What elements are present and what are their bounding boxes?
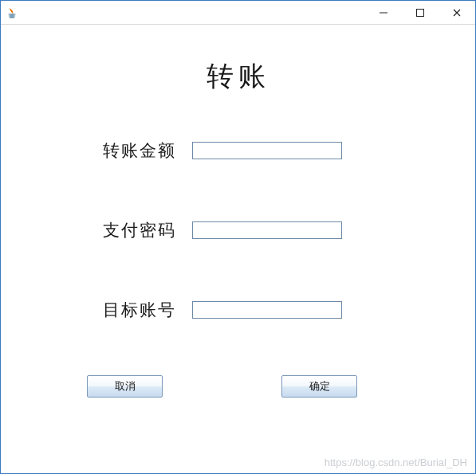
cancel-button[interactable]: 取消: [87, 375, 163, 398]
label-transfer-amount: 转账金额: [89, 139, 176, 162]
minimize-button[interactable]: [365, 1, 402, 24]
ok-button[interactable]: 确定: [281, 375, 357, 398]
titlebar-left: [6, 6, 23, 19]
app-window: 转账 转账金额 支付密码 目标账号 取消 确定 https://blog.csd…: [0, 0, 476, 474]
row-target-account: 目标账号: [89, 299, 342, 321]
label-pay-password: 支付密码: [89, 219, 176, 241]
svg-rect-1: [417, 9, 424, 16]
titlebar: [1, 1, 475, 25]
window-controls: [365, 1, 475, 24]
maximize-button[interactable]: [402, 1, 439, 24]
label-target-account: 目标账号: [89, 299, 176, 321]
form-heading: 转账: [1, 58, 475, 95]
close-button[interactable]: [439, 1, 475, 24]
row-transfer-amount: 转账金额: [89, 139, 342, 162]
input-target-account[interactable]: [192, 301, 342, 319]
svg-rect-0: [380, 12, 387, 13]
input-pay-password[interactable]: [192, 221, 342, 239]
watermark: https://blog.csdn.net/Burial_DH: [325, 456, 467, 468]
java-icon: [6, 6, 18, 19]
client-area: 转账 转账金额 支付密码 目标账号 取消 确定 https://blog.csd…: [1, 25, 475, 473]
input-transfer-amount[interactable]: [192, 142, 342, 159]
row-pay-password: 支付密码: [89, 219, 342, 241]
